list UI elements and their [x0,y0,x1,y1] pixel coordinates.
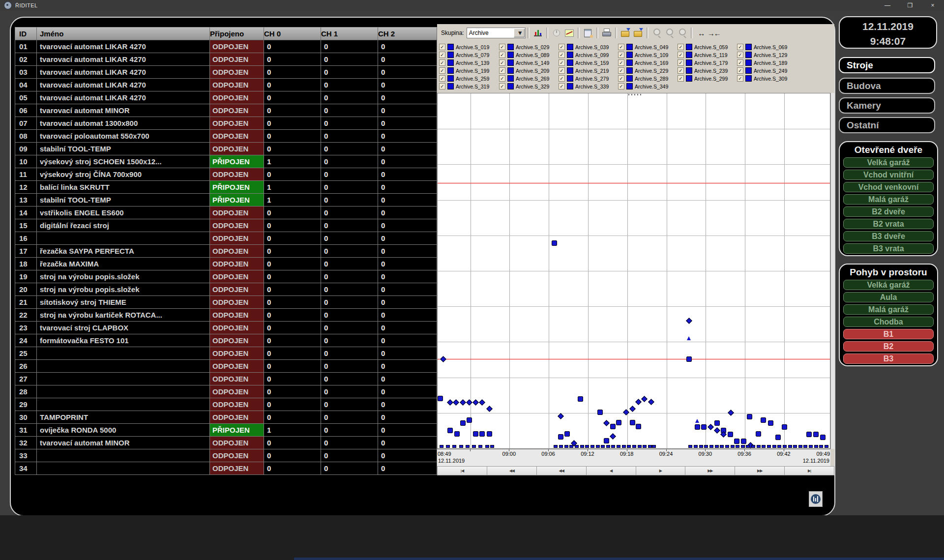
door-indicator[interactable]: B2 vrata [843,219,934,229]
calculator-icon[interactable] [582,27,594,39]
door-indicator[interactable]: Vchod vnitřní [843,170,934,180]
collapse-horizontal-icon[interactable]: →← [708,27,720,39]
door-indicator[interactable]: B3 vrata [843,243,934,254]
machine-row[interactable]: 30TAMPOPRINTODPOJEN000 [15,411,437,424]
series-checkbox[interactable]: ✓ [559,83,565,89]
machine-row[interactable]: 26ODPOJEN000 [15,360,437,373]
series-checkbox[interactable]: ✓ [737,44,743,50]
series-checkbox-item[interactable]: ✓Archive.S_259 [439,75,489,82]
series-checkbox-item[interactable]: ✓Archive.S_309 [737,75,787,82]
series-checkbox-item[interactable]: ✓Archive.S_119 [678,52,728,58]
series-checkbox-item[interactable]: ✓Archive.S_159 [559,59,609,66]
series-checkbox-item[interactable]: ✓Archive.S_319 [439,83,489,89]
series-checkbox-item[interactable]: ✓Archive.S_029 [499,44,549,50]
series-checkbox-item[interactable]: ✓Archive.S_059 [678,44,728,50]
machine-row[interactable]: 20stroj na výrobu popis.složekODPOJEN000 [15,283,437,296]
open-archive-alt-icon[interactable] [632,27,645,39]
series-checkbox-item[interactable]: ✓Archive.S_099 [559,52,609,58]
series-checkbox-item[interactable]: ✓Archive.S_329 [499,83,549,89]
series-checkbox[interactable]: ✓ [559,67,565,74]
series-checkbox[interactable]: ✓ [737,52,743,58]
series-checkbox[interactable]: ✓ [439,67,445,74]
machine-row[interactable]: 09stabilní TOOL-TEMPODPOJEN000 [15,143,437,155]
machine-row[interactable]: 19stroj na výrobu popis.složekODPOJEN000 [15,270,437,283]
machine-row[interactable]: 28ODPOJEN000 [15,385,437,398]
open-archive-icon[interactable] [619,27,632,39]
machine-row[interactable]: 21sítotiskový stroj THIEMEODPOJEN000 [15,296,437,309]
machine-row[interactable]: 13stabilní TOOL-TEMPPŘIPOJEN100 [15,194,437,206]
series-checkbox[interactable]: ✓ [678,52,684,58]
machine-row[interactable]: 14vstřikolis ENGEL ES600ODPOJEN000 [15,206,437,219]
chart-vertical-scrollbar[interactable] [830,93,834,449]
motion-indicator[interactable]: B3 [843,354,934,364]
door-indicator[interactable]: Vchod venkovní [843,182,934,192]
print-icon[interactable] [600,27,613,39]
motion-indicator[interactable]: Velká garáž [843,280,934,290]
series-checkbox-item[interactable]: ✓Archive.S_199 [439,67,489,74]
motion-indicator[interactable]: B2 [843,341,934,352]
door-indicator[interactable]: B3 dveře [843,231,934,241]
series-checkbox-item[interactable]: ✓Archive.S_189 [737,59,787,66]
nav-button-7[interactable]: ▶| [785,466,834,475]
series-checkbox[interactable]: ✓ [737,67,743,74]
machine-row[interactable]: 15digitální řezací strojODPOJEN000 [15,219,437,232]
chevron-down-icon[interactable]: ▼ [514,29,525,37]
add-graph-icon[interactable] [531,27,544,39]
series-checkbox-item[interactable]: ✓Archive.S_289 [618,75,668,82]
machine-row[interactable]: 29ODPOJEN000 [15,398,437,411]
series-checkbox[interactable]: ✓ [499,44,505,50]
nav-button-2[interactable]: ◀◀ [537,466,587,475]
splitter-handle[interactable] [628,94,641,95]
series-checkbox[interactable]: ✓ [559,59,565,66]
series-checkbox[interactable]: ✓ [618,75,624,82]
tab-ostatní[interactable]: Ostatní [839,117,935,133]
door-indicator[interactable]: Malá garáž [843,194,934,205]
series-checkbox-item[interactable]: ✓Archive.S_339 [559,83,609,89]
machine-row[interactable]: 07tvarovací automat 1300x800ODPOJEN000 [15,117,437,130]
machine-row[interactable]: 16ODPOJEN000 [15,232,437,245]
series-checkbox[interactable]: ✓ [618,59,624,66]
machine-row[interactable]: 25ODPOJEN000 [15,347,437,360]
machine-row[interactable]: 05tvarovací automat LIKAR 4270ODPOJEN000 [15,91,437,104]
close-button[interactable]: × [921,0,944,11]
series-checkbox[interactable]: ✓ [439,59,445,66]
nav-button-0[interactable]: |◀ [437,466,487,475]
motion-indicator[interactable]: Malá garáž [843,304,934,315]
series-checkbox-item[interactable]: ✓Archive.S_299 [678,75,728,82]
machine-row[interactable]: 11výsekový stroj ČÍNA 700x900ODPOJEN000 [15,168,437,181]
series-checkbox-item[interactable]: ✓Archive.S_079 [439,52,489,58]
series-checkbox-item[interactable]: ✓Archive.S_269 [499,75,549,82]
graph-style-icon[interactable] [563,27,576,39]
nav-button-5[interactable]: ▶▶ [685,466,735,475]
machine-row[interactable]: 17řezačka SAYPA PERFECTAODPOJEN000 [15,245,437,258]
nav-button-6[interactable]: ▶▶ [735,466,785,475]
series-checkbox-item[interactable]: ✓Archive.S_179 [678,59,728,66]
machine-row[interactable]: 08tvarovací poloautomat 550x700ODPOJEN00… [15,130,437,143]
motion-indicator[interactable]: B1 [843,329,934,339]
series-checkbox[interactable]: ✓ [737,59,743,66]
series-checkbox-item[interactable]: ✓Archive.S_349 [618,83,668,89]
series-checkbox[interactable]: ✓ [499,75,505,82]
series-checkbox-item[interactable]: ✓Archive.S_019 [439,44,489,50]
series-checkbox[interactable]: ✓ [439,75,445,82]
machine-row[interactable]: 24formátovačka FESTO 101ODPOJEN000 [15,334,437,347]
motion-indicator[interactable]: Aula [843,292,934,302]
series-checkbox-item[interactable]: ✓Archive.S_129 [737,52,787,58]
minimize-button[interactable]: — [876,0,899,11]
zoom-forward-icon[interactable] [676,27,689,39]
series-checkbox-item[interactable]: ✓Archive.S_089 [499,52,549,58]
nav-button-1[interactable]: ◀◀ [487,466,537,475]
series-checkbox[interactable]: ✓ [618,67,624,74]
series-checkbox[interactable]: ✓ [678,44,684,50]
series-checkbox[interactable]: ✓ [559,44,565,50]
machine-row[interactable]: 01tvarovací automat LIKAR 4270ODPOJEN000 [15,40,437,53]
zoom-graph-icon[interactable] [650,27,663,39]
series-checkbox[interactable]: ✓ [499,52,505,58]
series-checkbox[interactable]: ✓ [499,83,505,89]
machine-row[interactable]: 06tvarovací automat MINORODPOJEN000 [15,104,437,117]
series-checkbox-item[interactable]: ✓Archive.S_169 [618,59,668,66]
series-checkbox[interactable]: ✓ [678,75,684,82]
machine-row[interactable]: 02tvarovací automat LIKAR 4270ODPOJEN000 [15,53,437,66]
series-checkbox-item[interactable]: ✓Archive.S_209 [499,67,549,74]
series-checkbox-item[interactable]: ✓Archive.S_039 [559,44,609,50]
